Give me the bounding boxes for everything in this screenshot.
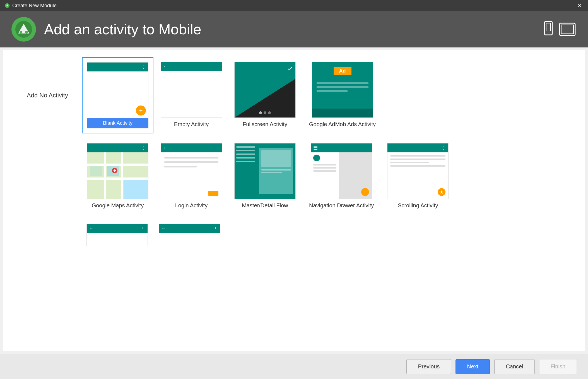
scrolling-preview: ← ⋮ ★ xyxy=(387,143,449,199)
menu-dots-icon: ⋮ xyxy=(141,65,146,69)
svg-point-10 xyxy=(114,169,116,172)
main-window: Create New Module ✕ Add an activity to M… xyxy=(0,0,588,379)
master-detail-card[interactable]: Master/Detail Flow xyxy=(229,138,301,215)
finish-button[interactable]: Finish xyxy=(539,359,577,374)
close-button[interactable]: ✕ xyxy=(576,2,584,9)
master-detail-preview xyxy=(234,143,296,199)
maps-activity-card[interactable]: ← ⋮ xyxy=(82,138,153,215)
blank-activity-preview: ← ⋮ + xyxy=(87,62,148,118)
back-arrow-icon: ← xyxy=(90,64,94,69)
partial-card-1[interactable]: ← ⋮ xyxy=(82,219,152,251)
map-pin-icon xyxy=(112,168,117,176)
header-title: Add an activity to Mobile xyxy=(44,21,201,38)
cancel-button[interactable]: Cancel xyxy=(494,359,534,374)
fullscreen-activity-label: Fullscreen Activity xyxy=(242,118,288,129)
close-icon: ✕ xyxy=(577,2,582,9)
header-logo-icon xyxy=(11,17,36,42)
next-button[interactable]: Next xyxy=(456,359,490,374)
empty-activity-preview: ← xyxy=(161,62,222,118)
fab-icon: + xyxy=(136,105,146,116)
login-preview: ← ⋮ xyxy=(161,143,222,199)
back-arrow-icon: ← xyxy=(163,64,168,69)
partial-preview-2: ← ⋮ xyxy=(159,224,220,246)
admob-activity-card[interactable]: Ad Google AdMob Ads Activity xyxy=(303,57,382,134)
phone-icon xyxy=(543,21,557,38)
nav-drawer-label: Navigation Drawer Activity xyxy=(308,199,375,210)
fullscreen-preview: ← ⤢ xyxy=(234,62,296,118)
no-activity-label: Add No Activity xyxy=(27,92,68,99)
svg-rect-5 xyxy=(544,21,552,35)
nav-drawer-card[interactable]: ☰ ⋮ xyxy=(303,138,380,215)
admob-activity-label: Google AdMob Ads Activity xyxy=(308,118,377,129)
titlebar-title: Create New Module xyxy=(12,3,57,9)
fullscreen-activity-card[interactable]: ← ⤢ Fullscreen Activity xyxy=(229,57,301,134)
titlebar-left: Create New Module xyxy=(4,3,57,9)
scrolling-activity-label: Scrolling Activity xyxy=(397,199,439,210)
previous-button[interactable]: Previous xyxy=(406,359,451,374)
master-detail-label: Master/Detail Flow xyxy=(241,199,289,210)
login-activity-card[interactable]: ← ⋮ Login Activity xyxy=(156,138,227,215)
partial-preview-1: ← ⋮ xyxy=(86,224,148,246)
bottom-bar: Previous Next Cancel Finish xyxy=(0,354,588,379)
svg-rect-8 xyxy=(561,25,573,34)
partial-card-2[interactable]: ← ⋮ xyxy=(155,219,225,251)
maps-activity-label: Google Maps Activity xyxy=(91,199,145,210)
device-icons xyxy=(543,21,577,38)
nav-drawer-preview: ☰ ⋮ xyxy=(311,143,372,199)
android-studio-icon xyxy=(4,3,10,8)
empty-activity-card[interactable]: ← Empty Activity xyxy=(156,57,227,134)
login-activity-label: Login Activity xyxy=(174,199,209,210)
svg-rect-6 xyxy=(546,23,551,31)
svg-point-3 xyxy=(20,31,22,33)
main-content: Add No Activity ← ⋮ + Blank Activity xyxy=(3,50,585,351)
svg-point-4 xyxy=(25,31,28,33)
no-activity-option[interactable]: Add No Activity xyxy=(14,86,81,105)
admob-preview: Ad xyxy=(312,62,373,118)
header: Add an activity to Mobile xyxy=(0,11,588,47)
maps-preview: ← ⋮ xyxy=(87,143,148,199)
blank-activity-card[interactable]: ← ⋮ + Blank Activity xyxy=(82,57,153,133)
tablet-icon xyxy=(559,21,577,38)
scrolling-activity-card[interactable]: ← ⋮ ★ Scrolling Activity xyxy=(382,138,454,215)
empty-activity-label: Empty Activity xyxy=(173,118,210,129)
titlebar: Create New Module ✕ xyxy=(0,0,588,11)
blank-activity-label: Blank Activity xyxy=(87,118,148,128)
